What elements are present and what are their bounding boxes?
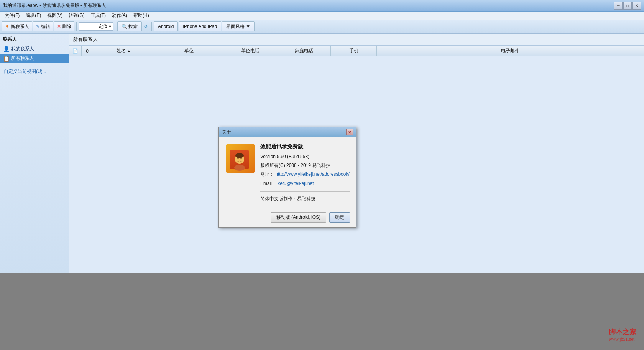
col-name[interactable]: 姓名 ▲ <box>93 46 154 56</box>
menu-view[interactable]: 视图(V) <box>44 12 66 20</box>
edit-label: 编辑 <box>41 23 50 30</box>
about-dialog-body: 效能通讯录免费版 Version 5.60 (Build 553) 版权所有(C… <box>219 137 356 209</box>
menu-bar: 文件(F) 编辑(E) 视图(V) 转到(G) 工具(T) 动作(A) 帮助(H… <box>0 12 644 20</box>
new-contact-button[interactable]: ✦ 新联系人 <box>2 21 32 31</box>
edit-icon: ✎ <box>36 24 40 29</box>
col-email[interactable]: 电子邮件 <box>377 46 644 56</box>
col-company[interactable]: 单位 <box>154 46 223 56</box>
about-copyright: 版权所有(C) 2008 - 2019 易飞科技 <box>260 162 350 169</box>
toolbar: ✦ 新联系人 ✎ 编辑 ✕ 删除 定位 ▾ 🔍 搜索 ⟳ Android iPh… <box>0 20 644 34</box>
interface-style-button[interactable]: 界面风格 ▼ <box>222 21 255 31</box>
about-chinese-label: 简体中文版制作：易飞科技 <box>260 195 350 203</box>
taskbar-area <box>0 273 644 350</box>
new-row-icon: 📄 <box>72 48 78 54</box>
about-dialog-close-button[interactable]: ✕ <box>346 129 353 135</box>
app-icon <box>225 143 256 174</box>
close-window-button[interactable]: ✕ <box>632 2 641 10</box>
about-info: 效能通讯录免费版 Version 5.60 (Build 553) 版权所有(C… <box>260 143 350 203</box>
refresh-icon[interactable]: ⟳ <box>143 24 150 29</box>
my-contacts-label: 我的联系人 <box>11 46 34 52</box>
delete-label: 删除 <box>62 23 71 30</box>
resize-handle[interactable]: · · · <box>0 76 69 82</box>
edit-button[interactable]: ✎ 编辑 <box>33 21 53 31</box>
menu-tools[interactable]: 工具(T) <box>88 12 109 20</box>
toolbar-separator-3 <box>151 22 152 31</box>
search-icon: 🔍 <box>122 24 127 29</box>
sidebar-divider <box>3 65 66 65</box>
interface-arrow-icon: ▼ <box>246 24 250 29</box>
sidebar-item-all-contacts[interactable]: 📋 所有联系人 <box>0 54 69 63</box>
menu-file[interactable]: 文件(F) <box>2 12 23 20</box>
menu-edit[interactable]: 编辑(E) <box>23 12 44 20</box>
about-dialog-titlebar: 关于 ✕ <box>219 127 356 137</box>
iphone-ipad-label: iPhone And iPad <box>183 24 217 29</box>
search-label: 搜索 <box>128 23 138 30</box>
new-contact-label: 新联系人 <box>11 23 29 30</box>
android-button[interactable]: Android <box>154 21 178 31</box>
all-contacts-label: 所有联系人 <box>11 55 34 62</box>
maximize-button[interactable]: □ <box>623 2 632 10</box>
title-bar: 我的通讯录.eabw - 效能通讯录免费版 - 所有联系人 ─ □ ✕ <box>0 0 644 12</box>
all-contacts-icon: 📋 <box>3 56 10 62</box>
about-website-row: 网址： http://www.yifeikeji.net/addressbook… <box>260 171 350 178</box>
col-mobile[interactable]: 手机 <box>331 46 377 56</box>
about-website-link[interactable]: http://www.yifeikeji.net/addressbook/ <box>275 172 349 177</box>
about-website-label: 网址： <box>260 172 274 177</box>
about-email-row: Email： kefu@yifeikeji.net <box>260 180 350 187</box>
interface-label: 界面风格 <box>226 23 245 30</box>
delete-button[interactable]: ✕ 删除 <box>54 21 74 31</box>
toolbar-separator-2 <box>115 22 115 31</box>
menu-help[interactable]: 帮助(H) <box>130 12 152 20</box>
menu-actions[interactable]: 动作(A) <box>109 12 130 20</box>
sidebar-item-my-contacts[interactable]: 👤 我的联系人 <box>0 44 69 54</box>
search-button[interactable]: 🔍 搜索 <box>117 21 142 31</box>
about-app-name: 效能通讯录免费版 <box>260 143 350 150</box>
watermark-line2: www.jb51.net <box>609 337 636 342</box>
about-dialog-footer: 移动版 (Android, iOS) 确定 <box>219 209 356 227</box>
window-title: 我的通讯录.eabw - 效能通讯录免费版 - 所有联系人 <box>3 2 613 9</box>
sort-icon: ▲ <box>127 49 131 53</box>
toolbar-separator-1 <box>76 22 77 31</box>
col-icon: 📄 <box>69 46 82 56</box>
menu-goto[interactable]: 转到(G) <box>66 12 87 20</box>
about-email-link[interactable]: kefu@yifeikeji.net <box>278 181 314 186</box>
svg-point-6 <box>235 153 244 158</box>
col-home-phone[interactable]: 家庭电话 <box>277 46 331 56</box>
about-dialog: 关于 ✕ <box>219 127 356 228</box>
about-dialog-title: 关于 <box>222 129 231 135</box>
delete-icon: ✕ <box>57 24 61 29</box>
col-company-phone[interactable]: 单位电话 <box>223 46 277 56</box>
ok-button[interactable]: 确定 <box>329 212 350 223</box>
locate-dropdown[interactable]: 定位 ▾ <box>79 22 113 31</box>
my-contacts-icon: 👤 <box>3 46 10 52</box>
app-icon-svg <box>225 143 256 174</box>
about-email-label: Email： <box>260 181 276 186</box>
custom-view-link[interactable]: 自定义当前视图(U)... <box>0 67 69 76</box>
svg-point-3 <box>234 165 245 171</box>
about-version: Version 5.60 (Build 553) <box>260 153 350 160</box>
sidebar-section-contacts: 联系人 <box>0 34 69 44</box>
content-header: 所有联系人 <box>69 34 644 46</box>
contacts-table: 📄 0 姓名 ▲ 单位 单位电话 家庭电话 手机 电子邮件 <box>69 46 644 56</box>
watermark: 脚本之家 www.jb51.net <box>609 327 636 342</box>
about-divider <box>260 191 350 192</box>
android-label: Android <box>158 24 174 29</box>
iphone-ipad-button[interactable]: iPhone And iPad <box>179 21 221 31</box>
new-contact-icon: ✦ <box>5 23 10 30</box>
mobile-version-button[interactable]: 移动版 (Android, iOS) <box>271 212 326 223</box>
watermark-line1: 脚本之家 <box>609 327 636 337</box>
col-num: 0 <box>82 46 93 56</box>
locate-btn-label: 定位 ▾ <box>99 23 111 30</box>
minimize-button[interactable]: ─ <box>614 2 623 10</box>
